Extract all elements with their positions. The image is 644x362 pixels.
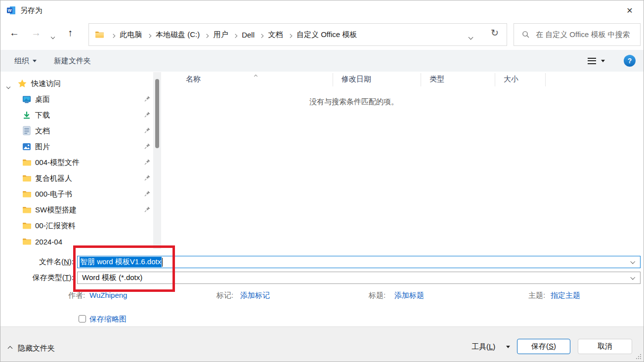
- specify-subject-link[interactable]: 指定主题: [551, 291, 580, 300]
- tags-label: 标记:: [216, 291, 233, 300]
- title-label: 标题:: [369, 291, 386, 300]
- pictures-icon: [22, 142, 31, 151]
- star-icon: [17, 79, 27, 88]
- column-header-type[interactable]: 类型: [429, 75, 444, 84]
- pin-icon[interactable]: [144, 174, 151, 181]
- pin-icon[interactable]: [144, 159, 151, 165]
- sidebar-item-folder[interactable]: 2024-04: [0, 234, 153, 249]
- folder-icon: [22, 238, 32, 245]
- close-icon[interactable]: ✕: [616, 0, 644, 20]
- pin-icon[interactable]: [144, 206, 151, 213]
- downloads-icon: [22, 111, 31, 120]
- forward-button[interactable]: →: [31, 28, 41, 38]
- breadcrumb-custom-office-templates[interactable]: 自定义 Office 模板: [297, 30, 357, 40]
- savetype-select[interactable]: Word 模板 (*.dotx): [77, 272, 641, 284]
- breadcrumb: 此电脑 本地磁盘 (C:) 用户 Dell 文档 自定义 Office 模板: [88, 23, 507, 46]
- sidebar-item-label: 桌面: [35, 95, 50, 104]
- sidebar-item-folder[interactable]: 复合机器人: [0, 170, 153, 186]
- sidebar-item-label: 2024-04: [35, 238, 62, 246]
- breadcrumb-documents[interactable]: 文档: [268, 30, 283, 40]
- cancel-button[interactable]: 取消: [578, 339, 632, 354]
- save-thumbnail-checkbox[interactable]: [79, 315, 86, 322]
- savetype-dropdown-chevron-icon[interactable]: [630, 275, 635, 280]
- command-toolbar: 组织 新建文件夹: [0, 50, 644, 72]
- expand-chevron-icon[interactable]: [7, 81, 10, 90]
- pin-icon[interactable]: [144, 143, 151, 150]
- sidebar-item-pictures[interactable]: 图片: [0, 139, 153, 155]
- add-tag-link[interactable]: 添加标记: [240, 291, 270, 300]
- view-mode-chevron-icon[interactable]: [601, 50, 605, 72]
- pin-icon[interactable]: [144, 111, 151, 118]
- chevron-down-icon: [33, 60, 37, 62]
- column-divider[interactable]: [545, 73, 546, 86]
- tools-button[interactable]: 工具(L): [472, 342, 510, 352]
- column-header-size[interactable]: 大小: [504, 75, 518, 84]
- pin-icon[interactable]: [144, 127, 151, 134]
- sidebar-item-documents[interactable]: 文档: [0, 123, 153, 139]
- recent-locations-chevron-icon[interactable]: [51, 32, 54, 40]
- help-button[interactable]: ?: [624, 55, 636, 67]
- empty-list-message: 没有与搜索条件匹配的项。: [238, 97, 470, 107]
- author-value-link[interactable]: WuZhipeng: [89, 291, 127, 299]
- scrollbar-thumb[interactable]: [155, 79, 159, 148]
- sidebar-item-folder[interactable]: 004-模型文件: [0, 155, 153, 170]
- sidebar-item-downloads[interactable]: 下载: [0, 107, 153, 123]
- view-mode-button[interactable]: [588, 50, 596, 72]
- desktop-icon: [22, 95, 31, 104]
- breadcrumb-users[interactable]: 用户: [214, 30, 228, 40]
- folder-icon: [22, 190, 32, 198]
- sidebar-item-label: 004-模型文件: [35, 158, 80, 167]
- column-divider[interactable]: [495, 73, 495, 86]
- pin-icon[interactable]: [144, 190, 151, 197]
- documents-icon: [23, 126, 31, 135]
- breadcrumb-this-pc[interactable]: 此电脑: [120, 30, 142, 40]
- sort-ascending-icon: [255, 71, 257, 79]
- folder-icon: [95, 31, 104, 39]
- sidebar-item-label: 复合机器人: [35, 174, 72, 183]
- search-input[interactable]: 在 自定义 Office 模板 中搜索: [514, 23, 641, 46]
- filename-input[interactable]: 智朋 word 模板V1.6.dotx: [77, 256, 641, 268]
- sidebar-item-folder[interactable]: 00-汇报资料: [0, 218, 153, 234]
- save-thumbnail-label[interactable]: 保存缩略图: [89, 315, 127, 324]
- pin-icon[interactable]: [144, 95, 151, 102]
- organize-button[interactable]: 组织: [14, 50, 37, 72]
- sidebar-item-label: 下载: [35, 111, 50, 120]
- up-button[interactable]: ↑: [68, 28, 73, 38]
- word-app-icon: W: [6, 5, 16, 15]
- hide-folders-button[interactable]: 隐藏文件夹: [8, 344, 55, 353]
- breadcrumb-separator-icon: [205, 31, 208, 39]
- add-title-link[interactable]: 添加标题: [394, 291, 424, 300]
- refresh-icon[interactable]: ↻: [491, 27, 499, 39]
- filename-dropdown-chevron-icon[interactable]: [630, 259, 635, 264]
- svg-text:W: W: [7, 8, 12, 13]
- red-highlight-annotation: [73, 245, 175, 292]
- save-button[interactable]: 保存(S): [517, 339, 570, 354]
- address-dropdown-chevron-icon[interactable]: [469, 32, 472, 40]
- sidebar-item-label: 快速访问: [31, 79, 61, 88]
- column-divider[interactable]: [333, 73, 333, 86]
- folder-icon: [22, 206, 32, 214]
- sidebar-item-desktop[interactable]: 桌面: [0, 91, 153, 107]
- column-header-name[interactable]: 名称: [186, 75, 201, 84]
- resize-grip[interactable]: [640, 358, 641, 359]
- column-divider[interactable]: [421, 73, 421, 86]
- sidebar-item-folder[interactable]: SW模型搭建: [0, 202, 153, 218]
- sidebar-item-label: SW模型搭建: [35, 205, 77, 215]
- column-header-date-modified[interactable]: 修改日期: [342, 75, 371, 84]
- sidebar-item-folder[interactable]: 000-电子书: [0, 186, 153, 202]
- sidebar-quick-access[interactable]: 快速访问: [0, 76, 153, 91]
- search-placeholder: 在 自定义 Office 模板 中搜索: [536, 30, 630, 40]
- new-folder-button[interactable]: 新建文件夹: [54, 50, 91, 72]
- sidebar-scrollbar[interactable]: [153, 72, 161, 249]
- folder-icon: [22, 222, 32, 230]
- sidebar-item-label: 00-汇报资料: [35, 221, 76, 231]
- savetype-value: Word 模板 (*.dotx): [82, 273, 142, 282]
- chevron-down-icon: [506, 346, 510, 348]
- sidebar-item-label: 图片: [35, 142, 50, 152]
- text-caret: [162, 258, 163, 267]
- breadcrumb-dell[interactable]: Dell: [242, 31, 255, 39]
- breadcrumb-local-disk-c[interactable]: 本地磁盘 (C:): [156, 30, 200, 40]
- back-button[interactable]: ←: [9, 28, 19, 38]
- subject-label: 主题:: [528, 291, 545, 300]
- filename-selected-text: 智朋 word 模板V1.6.dotx: [80, 257, 162, 267]
